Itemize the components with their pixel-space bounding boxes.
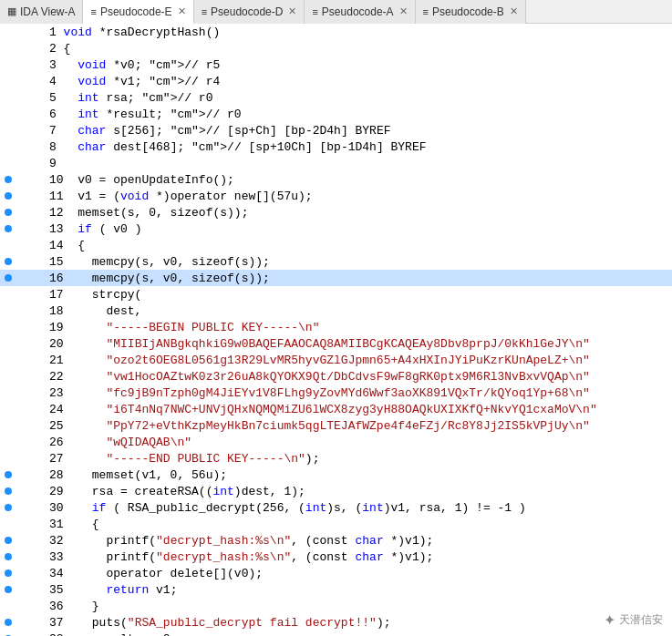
code-line: 2 { bbox=[0, 40, 672, 56]
breakpoint-dot bbox=[5, 192, 12, 200]
line-content[interactable]: 22 "vw1HocOAZtwK0z3r26uA8kQYOKX9Qt/DbCdv… bbox=[46, 370, 672, 384]
line-content[interactable]: 13 if ( v0 ) bbox=[46, 222, 672, 236]
code-line: 24 "i6T4nNq7NWC+UNVjQHxNQMQMiZU6lWCX8zyg… bbox=[0, 401, 672, 417]
line-dot bbox=[0, 487, 16, 495]
line-dot bbox=[0, 225, 16, 232]
line-dot bbox=[0, 258, 16, 265]
breakpoint-dot bbox=[5, 274, 12, 282]
breakpoint-dot bbox=[5, 487, 12, 495]
tab-icon-d: ≡ bbox=[202, 6, 207, 17]
line-dot bbox=[0, 553, 16, 560]
line-content[interactable]: 37 puts("RSA_public_decrypt fail decrypt… bbox=[46, 616, 672, 630]
tab-icon-ida: ▦ bbox=[7, 5, 16, 17]
watermark-text: 天潜信安 bbox=[619, 612, 663, 628]
tab-pseudocode-a[interactable]: ≡ Pseudocode-A ✕ bbox=[305, 0, 415, 24]
line-content[interactable]: 1 void *rsaDecryptHash() bbox=[46, 26, 672, 39]
line-content[interactable]: 21 "ozo2t6OEG8L0561g13R29LvMR5hyvGZlGJpm… bbox=[46, 354, 672, 367]
line-content[interactable]: 34 operator delete[](v0); bbox=[46, 567, 672, 580]
breakpoint-dot bbox=[5, 176, 12, 183]
line-content[interactable]: 18 dest, bbox=[46, 304, 672, 318]
code-line: 7 char s[256]; "cm">// [sp+Ch] [bp-2D4h]… bbox=[0, 122, 672, 138]
code-line: 12 memset(s, 0, sizeof(s)); bbox=[0, 204, 672, 221]
line-content[interactable]: 23 "fc9jB9nTzph0gM4JiEYv1V8FLhg9yZovMYd6… bbox=[46, 386, 672, 400]
tab-label-b: Pseudocode-B bbox=[432, 5, 504, 18]
line-content[interactable]: 27 "-----END PUBLIC KEY-----\n"); bbox=[46, 452, 672, 466]
breakpoint-dot bbox=[5, 586, 12, 593]
line-dot bbox=[0, 586, 16, 593]
line-content[interactable]: 20 "MIIBIjANBgkqhkiG9w0BAQEFAAOCAQ8AMIIB… bbox=[46, 337, 672, 351]
code-line: 35 return v1; bbox=[0, 581, 672, 598]
line-content[interactable]: 5 int rsa; "cm">// r0 bbox=[46, 91, 672, 105]
line-content[interactable]: 15 memcpy(s, v0, sizeof(s)); bbox=[46, 255, 672, 269]
tab-close-e[interactable]: ✕ bbox=[178, 5, 186, 17]
tab-pseudocode-b[interactable]: ≡ Pseudocode-B ✕ bbox=[416, 0, 526, 24]
code-line: 32 printf("decrypt_hash:%s\n", (const ch… bbox=[0, 532, 672, 549]
line-content[interactable]: 28 memset(v1, 0, 56u); bbox=[46, 468, 672, 482]
tab-pseudocode-d[interactable]: ≡ Pseudocode-D ✕ bbox=[194, 0, 305, 24]
code-line: 33 printf("decrypt_hash:%s\n", (const ch… bbox=[0, 549, 672, 565]
tab-close-d[interactable]: ✕ bbox=[288, 5, 296, 17]
tab-label-d: Pseudocode-D bbox=[211, 5, 283, 18]
line-content[interactable]: 30 if ( RSA_public_decrypt(256, (int)s, … bbox=[46, 501, 672, 515]
code-line: 37 puts("RSA_public_decrypt fail decrypt… bbox=[0, 614, 672, 631]
code-line: 3 void *v0; "cm">// r5 bbox=[0, 56, 672, 73]
code-line: 25 "PpY72+eVthKzpMeyHkBn7ciumk5qgLTEJAfW… bbox=[0, 417, 672, 434]
tab-ida-view-a[interactable]: ▦ IDA View-A bbox=[0, 0, 83, 24]
line-dot bbox=[0, 176, 16, 183]
line-dot bbox=[0, 504, 16, 511]
line-content[interactable]: 25 "PpY72+eVthKzpMeyHkBn7ciumk5qgLTEJAfW… bbox=[46, 419, 672, 433]
code-line: 23 "fc9jB9nTzph0gM4JiEYv1V8FLhg9yZovMYd6… bbox=[0, 385, 672, 401]
line-dot bbox=[0, 619, 16, 626]
line-content[interactable]: 7 char s[256]; "cm">// [sp+Ch] [bp-2D4h]… bbox=[46, 124, 672, 138]
tab-icon-e: ≡ bbox=[90, 6, 96, 17]
line-content[interactable]: 31 { bbox=[46, 518, 672, 531]
watermark: ✦ 天潜信安 bbox=[604, 611, 663, 629]
code-area: 1 void *rsaDecryptHash()2 {3 void *v0; "… bbox=[0, 24, 672, 636]
line-content[interactable]: 19 "-----BEGIN PUBLIC KEY-----\n" bbox=[46, 321, 672, 334]
line-content[interactable]: 2 { bbox=[46, 42, 672, 56]
line-content[interactable]: 33 printf("decrypt_hash:%s\n", (const ch… bbox=[46, 550, 672, 564]
breakpoint-dot bbox=[5, 471, 12, 478]
line-dot bbox=[0, 192, 16, 200]
line-content[interactable]: 9 bbox=[46, 157, 672, 170]
tab-close-b[interactable]: ✕ bbox=[510, 5, 518, 17]
tab-close-a[interactable]: ✕ bbox=[399, 5, 408, 17]
tab-icon-a: ≡ bbox=[312, 6, 317, 17]
tab-label-a: Pseudocode-A bbox=[322, 5, 394, 18]
line-content[interactable]: 29 rsa = createRSA((int)dest, 1); bbox=[46, 485, 672, 498]
line-content[interactable]: 17 strcpy( bbox=[46, 288, 672, 302]
line-content[interactable]: 8 char dest[468]; "cm">// [sp+10Ch] [bp-… bbox=[46, 140, 672, 154]
breakpoint-dot bbox=[5, 569, 12, 577]
line-content[interactable]: 14 { bbox=[46, 239, 672, 252]
line-content[interactable]: 38 result = v0; bbox=[46, 632, 672, 637]
line-content[interactable]: 16 memcpy(s, v0, sizeof(s)); bbox=[46, 272, 672, 285]
code-line: 16 memcpy(s, v0, sizeof(s)); bbox=[0, 270, 672, 286]
line-content[interactable]: 6 int *result; "cm">// r0 bbox=[46, 108, 672, 121]
code-line: 31 { bbox=[0, 516, 672, 532]
tab-label-e: Pseudocode-E bbox=[100, 5, 172, 18]
code-line: 21 "ozo2t6OEG8L0561g13R29LvMR5hyvGZlGJpm… bbox=[0, 352, 672, 368]
line-content[interactable]: 12 memset(s, 0, sizeof(s)); bbox=[46, 206, 672, 220]
code-line: 17 strcpy( bbox=[0, 286, 672, 303]
code-line: 30 if ( RSA_public_decrypt(256, (int)s, … bbox=[0, 499, 672, 516]
line-content[interactable]: 32 printf("decrypt_hash:%s\n", (const ch… bbox=[46, 534, 672, 548]
line-content[interactable]: 3 void *v0; "cm">// r5 bbox=[46, 58, 672, 72]
line-dot bbox=[0, 209, 16, 216]
line-content[interactable]: 10 v0 = openUpdateInfo(); bbox=[46, 173, 672, 187]
tab-pseudocode-e[interactable]: ≡ Pseudocode-E ✕ bbox=[83, 0, 193, 24]
line-dot bbox=[0, 569, 16, 577]
line-content[interactable]: 35 return v1; bbox=[46, 583, 672, 597]
code-line: 13 if ( v0 ) bbox=[0, 221, 672, 237]
breakpoint-dot bbox=[5, 209, 12, 216]
breakpoint-dot bbox=[5, 553, 12, 560]
line-content[interactable]: 24 "i6T4nNq7NWC+UNVjQHxNQMQMiZU6lWCX8zyg… bbox=[46, 403, 672, 416]
code-line: 14 { bbox=[0, 237, 672, 253]
line-content[interactable]: 36 } bbox=[46, 600, 672, 613]
line-dot bbox=[0, 274, 16, 282]
breakpoint-dot bbox=[5, 504, 12, 511]
code-line: 38 result = v0; bbox=[0, 631, 672, 636]
line-content[interactable]: 4 void *v1; "cm">// r4 bbox=[46, 75, 672, 88]
line-content[interactable]: 26 "wQIDAQAB\n" bbox=[46, 436, 672, 449]
code-line: 34 operator delete[](v0); bbox=[0, 565, 672, 581]
line-content[interactable]: 11 v1 = (void *)operator new[](57u); bbox=[46, 190, 672, 203]
